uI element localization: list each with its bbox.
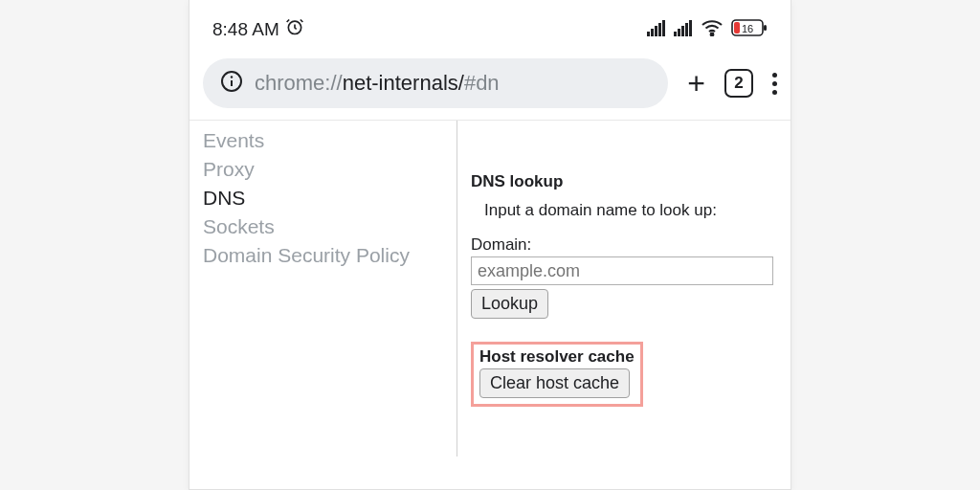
svg-rect-9 xyxy=(685,23,688,36)
svg-rect-7 xyxy=(678,29,680,36)
page-content: Events Proxy DNS Sockets Domain Security… xyxy=(189,121,791,457)
status-left: 8:48 AM xyxy=(212,17,304,41)
svg-rect-1 xyxy=(647,32,650,36)
battery-icon: 16 xyxy=(731,18,768,41)
svg-rect-2 xyxy=(651,29,654,36)
svg-rect-14 xyxy=(734,22,740,33)
more-menu-button[interactable] xyxy=(772,73,777,95)
dns-lookup-title: DNS lookup xyxy=(471,172,777,191)
sidebar-item-events[interactable]: Events xyxy=(189,126,457,155)
sidebar: Events Proxy DNS Sockets Domain Security… xyxy=(189,121,457,457)
alarm-icon xyxy=(285,17,304,41)
url-bar[interactable]: chrome://net-internals/#dn xyxy=(203,58,668,108)
host-cache-title: Host resolver cache xyxy=(479,347,635,367)
domain-input[interactable] xyxy=(471,256,773,285)
signal-icon xyxy=(647,19,666,40)
main-panel: DNS lookup Input a domain name to look u… xyxy=(457,121,791,457)
tab-switcher-button[interactable]: 2 xyxy=(724,69,753,98)
sidebar-item-dns[interactable]: DNS xyxy=(189,184,457,212)
svg-rect-8 xyxy=(681,26,684,36)
domain-label: Domain: xyxy=(471,235,777,255)
svg-point-11 xyxy=(711,33,714,35)
status-bar: 8:48 AM xyxy=(189,0,791,53)
sidebar-item-sockets[interactable]: Sockets xyxy=(189,212,457,241)
clock-time: 8:48 AM xyxy=(212,19,279,40)
url-fragment: #dn xyxy=(464,71,500,95)
battery-percent: 16 xyxy=(742,22,753,33)
phone-frame: 8:48 AM xyxy=(189,0,791,490)
svg-rect-10 xyxy=(689,20,692,36)
clear-host-cache-button[interactable]: Clear host cache xyxy=(479,368,630,398)
url-host: net-internals/ xyxy=(343,71,464,95)
url-scheme: chrome:// xyxy=(255,71,343,95)
sidebar-item-domain-security-policy[interactable]: Domain Security Policy xyxy=(189,241,457,270)
svg-point-17 xyxy=(231,76,233,78)
svg-rect-4 xyxy=(658,23,661,36)
browser-toolbar: chrome://net-internals/#dn + 2 xyxy=(189,53,791,121)
new-tab-button[interactable]: + xyxy=(687,66,705,101)
status-right: 16 xyxy=(647,18,768,41)
url-text: chrome://net-internals/#dn xyxy=(255,71,500,96)
wifi-icon xyxy=(701,19,724,40)
signal-icon-2 xyxy=(674,19,693,40)
svg-rect-13 xyxy=(764,25,767,31)
svg-rect-6 xyxy=(674,32,677,36)
lookup-button[interactable]: Lookup xyxy=(471,289,548,319)
svg-rect-3 xyxy=(655,26,657,36)
svg-rect-5 xyxy=(662,20,665,36)
host-cache-highlight: Host resolver cache Clear host cache xyxy=(471,342,643,407)
sidebar-item-proxy[interactable]: Proxy xyxy=(189,155,457,184)
dns-lookup-desc: Input a domain name to look up: xyxy=(484,201,777,220)
info-icon xyxy=(220,70,243,97)
